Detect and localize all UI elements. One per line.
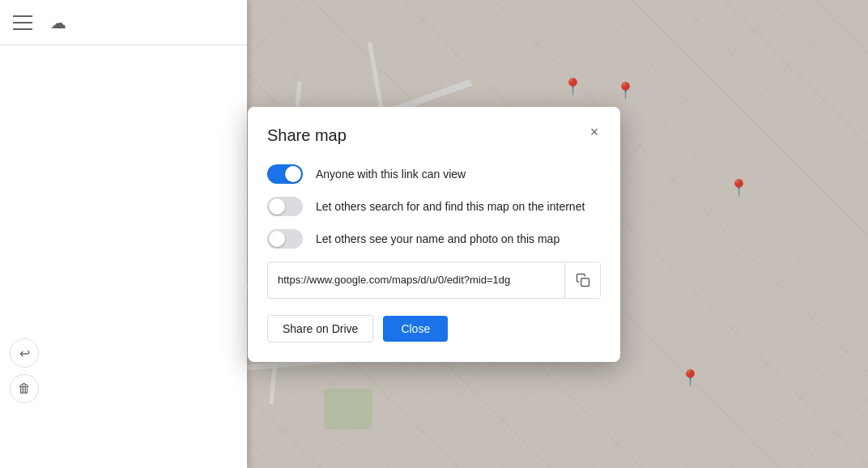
option-row-2: Let others search for and find this map … bbox=[267, 197, 601, 216]
svg-rect-0 bbox=[581, 278, 589, 286]
toggle-name-photo[interactable] bbox=[267, 229, 303, 249]
share-map-dialog: Share map × Anyone with this link can vi… bbox=[248, 107, 620, 362]
option-label-3: Let others see your name and photo on th… bbox=[316, 232, 601, 245]
copy-link-button[interactable] bbox=[564, 262, 600, 298]
toggle-slider-2 bbox=[267, 197, 303, 216]
dialog-backdrop: Share map × Anyone with this link can vi… bbox=[0, 0, 868, 468]
url-row bbox=[267, 262, 601, 299]
toggle-search-find[interactable] bbox=[267, 197, 303, 216]
url-input[interactable] bbox=[268, 266, 564, 294]
option-label-1: Anyone with this link can view bbox=[316, 168, 601, 181]
toggle-slider-1 bbox=[267, 164, 303, 184]
toggle-slider-3 bbox=[267, 229, 303, 249]
dialog-close-x-button[interactable]: × bbox=[581, 120, 607, 146]
share-on-drive-button[interactable]: Share on Drive bbox=[267, 315, 373, 342]
option-row-3: Let others see your name and photo on th… bbox=[267, 229, 601, 249]
option-row-1: Anyone with this link can view bbox=[267, 164, 601, 184]
copy-icon bbox=[576, 273, 590, 287]
dialog-title: Share map bbox=[267, 126, 601, 145]
dialog-actions: Share on Drive Close bbox=[267, 315, 601, 342]
close-button[interactable]: Close bbox=[383, 316, 448, 342]
toggle-anyone-link[interactable] bbox=[267, 164, 303, 184]
option-label-2: Let others search for and find this map … bbox=[316, 200, 601, 213]
